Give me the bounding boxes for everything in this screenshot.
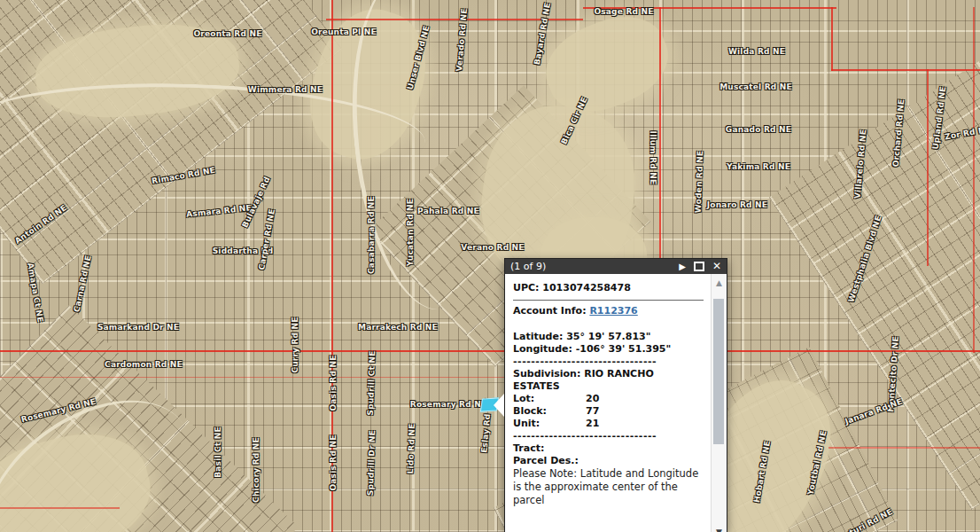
road-label: Oreonta Rd NE <box>193 29 261 38</box>
subdivision-row: Subdivision: RIO RANCHO ESTATES <box>513 368 704 393</box>
popup-titlebar: (1 of 9) ▶ ✕ <box>504 258 727 274</box>
block-label: Block: <box>513 405 586 418</box>
upc-value: 1013074258478 <box>542 282 631 293</box>
section-line <box>828 447 980 449</box>
lot-label: Lot: <box>513 393 586 405</box>
road-label: Casabarra Rd NE <box>367 196 376 274</box>
latitude-label: Latitude: <box>513 331 563 342</box>
section-line <box>0 377 567 378</box>
maximize-icon[interactable] <box>694 262 704 271</box>
road-label: Oasis Rd NE <box>329 434 338 490</box>
latitude-value: 35° 19' 57.813" <box>566 331 650 342</box>
note-text: Please Note: Latitude and Longitude is t… <box>513 467 704 507</box>
section-line <box>831 7 833 71</box>
popup-title: (1 of 9) <box>510 261 671 272</box>
road-label: Osage Rd NE <box>594 7 653 16</box>
road-label: Verano Rd NE <box>461 243 524 252</box>
road-label: Ganado Rd NE <box>726 125 791 134</box>
unit-label: Unit: <box>513 418 586 430</box>
road-label: Marrakech Rd NE <box>358 323 438 332</box>
road-label: Basil Ct NE <box>214 426 222 478</box>
road-label: Chicory Rd NE <box>252 437 261 503</box>
subdivision-label: Subdivision: <box>513 368 580 379</box>
road-label: Curry Rd NE <box>291 317 299 372</box>
coordinates: Latitude: 35° 19' 57.813" Longitude: -10… <box>513 331 704 356</box>
road-label: Wimmera Rd NE <box>248 85 323 94</box>
road-label: Rosemary Rd NE <box>410 400 486 409</box>
account-label: Account Info: <box>513 305 587 317</box>
road-label: Samarkand Dr NE <box>97 323 179 332</box>
longitude-label: Longitude: <box>513 343 572 355</box>
road-label: Yakima Rd NE <box>727 162 790 171</box>
road-label: Yucatan Rd NE <box>406 199 415 266</box>
scrollbar-thumb[interactable] <box>713 299 724 444</box>
next-result-icon[interactable]: ▶ <box>679 259 686 274</box>
road-label: Jonaro Rd NE <box>707 200 767 209</box>
lot-value: 20 <box>586 393 599 404</box>
road-label: Wilda Rd NE <box>728 47 785 56</box>
longitude-value: -106° 39' 51.395" <box>576 343 672 355</box>
latitude-row: Latitude: 35° 19' 57.813" <box>513 331 704 343</box>
road-label: Oreunta Pl NE <box>311 27 377 36</box>
popup-body: UPC: 1013074258478 Account Info: R112376… <box>504 274 727 532</box>
scroll-up-icon[interactable]: ▲ <box>712 277 727 289</box>
section-line <box>0 350 980 352</box>
account-row: Account Info: R112376 <box>513 305 704 317</box>
scroll-down-icon[interactable]: ▼ <box>712 526 727 532</box>
dashed-separator: -------------------------------- <box>513 430 704 442</box>
road-label: Cardomon Rd NE <box>105 360 183 369</box>
map-canvas[interactable]: Oreonta Rd NEOreunta Pl NEOsage Rd NEWil… <box>0 0 980 532</box>
popup-callout-tail <box>494 394 504 417</box>
divider <box>513 300 704 301</box>
close-icon[interactable]: ✕ <box>712 259 721 274</box>
road-label: Lido Rd NE <box>406 423 416 473</box>
section-line <box>831 69 980 71</box>
tract-row: Tract: <box>513 442 704 455</box>
parcel-info-popup: (1 of 9) ▶ ✕ UPC: 1013074258478 Account … <box>504 258 727 532</box>
road-label: Illum Rd NE <box>649 131 657 185</box>
upc-label: UPC: <box>513 282 539 293</box>
upc-row: UPC: 1013074258478 <box>513 282 704 294</box>
popup-scrollbar[interactable]: ▲ ▼ <box>711 274 727 532</box>
unit-row: Unit:21 <box>513 418 704 430</box>
longitude-row: Longitude: -106° 39' 51.395" <box>513 343 704 356</box>
dashed-separator: -------------------------------- <box>513 356 704 368</box>
unit-value: 21 <box>586 418 599 429</box>
parcel-des-row: Parcel Des.: <box>513 455 704 467</box>
section-line <box>0 507 120 509</box>
section-line <box>973 7 975 353</box>
block-value: 77 <box>586 405 599 417</box>
road-label: Oasis Rd NE <box>329 355 338 411</box>
section-line <box>927 69 929 266</box>
road-label: Pahala Rd NE <box>417 207 479 215</box>
lot-row: Lot:20 <box>513 393 704 405</box>
account-link[interactable]: R112376 <box>589 305 637 317</box>
road-label: Muscatel Rd NE <box>719 82 792 91</box>
block-row: Block:77 <box>513 405 704 418</box>
